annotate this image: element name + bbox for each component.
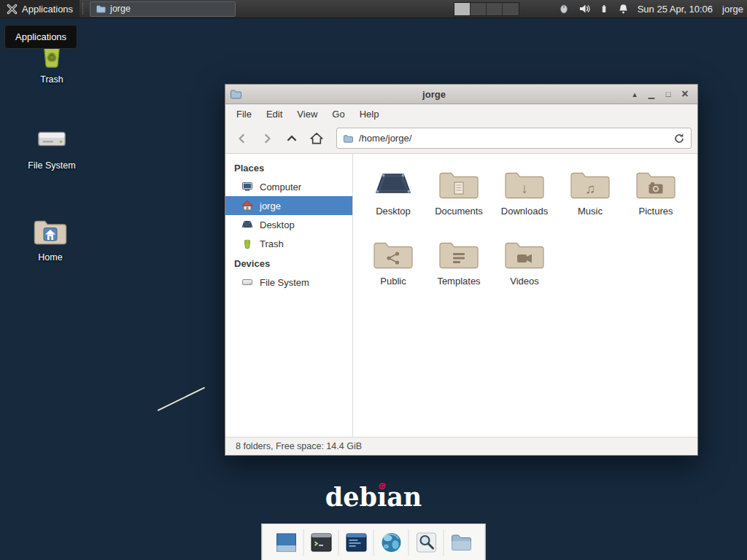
panel-separator — [82, 3, 88, 15]
maximize-button[interactable]: □ — [660, 87, 676, 101]
dock-terminal-alt[interactable] — [339, 527, 374, 558]
trash-icon — [241, 238, 253, 249]
window-titlebar[interactable]: jorge ▴ ▁ □ × — [225, 85, 697, 104]
sidebar-item-label: Computer — [260, 182, 301, 192]
magnifier-icon — [414, 530, 438, 555]
file-desktop[interactable]: Desktop — [360, 163, 426, 233]
wordmark-pre: deb — [325, 482, 377, 512]
mouse-icon[interactable] — [559, 3, 569, 15]
refresh-icon — [673, 133, 685, 144]
desktop-icon-file-system[interactable]: File System — [20, 122, 83, 171]
dock-web-browser[interactable] — [374, 527, 409, 558]
statusbar: 8 folders, Free space: 14.4 GiB — [225, 437, 697, 455]
sidebar-item-label: File System — [260, 277, 309, 288]
notifications-bell-icon[interactable] — [618, 3, 629, 15]
file-label: Videos — [510, 276, 539, 287]
file-downloads[interactable]: ↓ Downloads — [492, 163, 557, 233]
desktop-icon-label: File System — [28, 160, 75, 171]
folder-downloads-icon: ↓ — [503, 163, 546, 202]
file-grid: Desktop Documents — [353, 154, 697, 437]
sidebar-item-label: Trash — [260, 238, 284, 249]
sidebar-item-label: jorge — [260, 201, 281, 211]
toolbar: /home/jorge/ — [225, 123, 697, 154]
menu-edit[interactable]: Edit — [259, 106, 290, 122]
shade-button[interactable]: ▴ — [627, 87, 643, 101]
system-tray — [559, 3, 629, 15]
menu-help[interactable]: Help — [352, 106, 387, 122]
folder-icon — [230, 89, 241, 99]
battery-icon[interactable] — [600, 3, 608, 15]
desktop-icon-label: Home — [38, 252, 62, 262]
window-title: jorge — [246, 89, 622, 100]
sidebar-item-label: Desktop — [260, 219, 295, 230]
desktop-icon-home[interactable]: Home — [19, 217, 82, 262]
sidebar-item-trash[interactable]: Trash — [225, 234, 352, 253]
file-templates[interactable]: Templates — [426, 233, 492, 303]
file-label: Public — [380, 276, 406, 287]
debian-swirl-icon — [378, 483, 386, 491]
close-button[interactable]: × — [677, 87, 693, 101]
dock-file-manager[interactable] — [444, 527, 479, 558]
up-button[interactable] — [281, 128, 303, 149]
taskbar-window-button[interactable]: jorge — [90, 1, 236, 17]
file-pictures[interactable]: Pictures — [623, 163, 689, 233]
file-manager-window: jorge ▴ ▁ □ × File Edit View Go Help — [225, 84, 698, 456]
window-body: Places Computer — [225, 154, 697, 437]
volume-icon[interactable] — [578, 3, 590, 15]
sidebar-item-file-system[interactable]: File System — [225, 273, 352, 292]
dock-show-desktop[interactable] — [269, 527, 303, 558]
chevron-left-icon — [236, 132, 249, 145]
file-label: Downloads — [501, 206, 548, 217]
applications-menu-button[interactable]: Applications — [0, 0, 80, 18]
show-desktop-icon — [274, 530, 298, 555]
chevron-up-icon — [285, 132, 298, 145]
applications-tooltip: Applications — [4, 25, 77, 49]
menu-file[interactable]: File — [229, 106, 259, 122]
home-button[interactable] — [306, 128, 328, 149]
panel-username[interactable]: jorge — [722, 4, 743, 15]
location-bar[interactable]: /home/jorge/ — [336, 128, 692, 149]
dock-terminal[interactable] — [304, 527, 338, 558]
sidebar-item-computer[interactable]: Computer — [225, 177, 352, 196]
file-music[interactable]: ♫ Music — [557, 163, 623, 233]
back-button[interactable] — [231, 128, 253, 149]
chevron-right-icon — [260, 132, 274, 145]
sidebar-item-jorge[interactable]: jorge — [225, 196, 352, 215]
minimize-button[interactable]: ▁ — [643, 87, 659, 101]
statusbar-text: 8 folders, Free space: 14.4 GiB — [236, 441, 362, 451]
svg-text:♻: ♻ — [47, 51, 57, 63]
file-videos[interactable]: Videos — [492, 233, 557, 303]
file-documents[interactable]: Documents — [426, 163, 492, 233]
dock-application-finder[interactable] — [409, 527, 444, 558]
home-folder-icon — [33, 217, 68, 248]
debian-wordmark: debıan — [0, 482, 747, 512]
forward-button[interactable] — [256, 128, 278, 149]
workspace-4[interactable] — [503, 3, 519, 15]
file-label: Music — [578, 206, 603, 217]
menu-go[interactable]: Go — [325, 106, 352, 122]
folder-music-icon: ♫ — [569, 163, 611, 202]
folder-videos-icon — [503, 233, 546, 272]
folder-icon — [343, 134, 353, 143]
terminal-icon — [309, 530, 333, 555]
computer-icon — [241, 181, 253, 192]
folder-templates-icon — [438, 233, 480, 272]
file-public[interactable]: Public — [360, 233, 426, 303]
window-controls: ▴ ▁ □ × — [627, 87, 693, 101]
workspace-2[interactable] — [471, 3, 487, 15]
sidebar-item-desktop[interactable]: Desktop — [225, 215, 352, 234]
workspace-3[interactable] — [487, 3, 503, 15]
panel-clock[interactable]: Sun 25 Apr, 10:06 — [638, 4, 713, 15]
drive-icon — [241, 276, 253, 288]
menu-view[interactable]: View — [290, 106, 325, 122]
desktop-icon — [372, 163, 414, 202]
refresh-button[interactable] — [673, 133, 685, 144]
desktop-icon — [241, 219, 253, 230]
svg-text:♫: ♫ — [585, 181, 595, 196]
sidebar-header-devices: Devices — [225, 253, 352, 273]
terminal-alt-icon — [344, 530, 368, 555]
wordmark-post: an — [387, 482, 422, 512]
folder-public-icon — [372, 233, 414, 272]
workspace-1[interactable] — [454, 3, 471, 15]
xfce-applications-icon — [7, 4, 18, 15]
